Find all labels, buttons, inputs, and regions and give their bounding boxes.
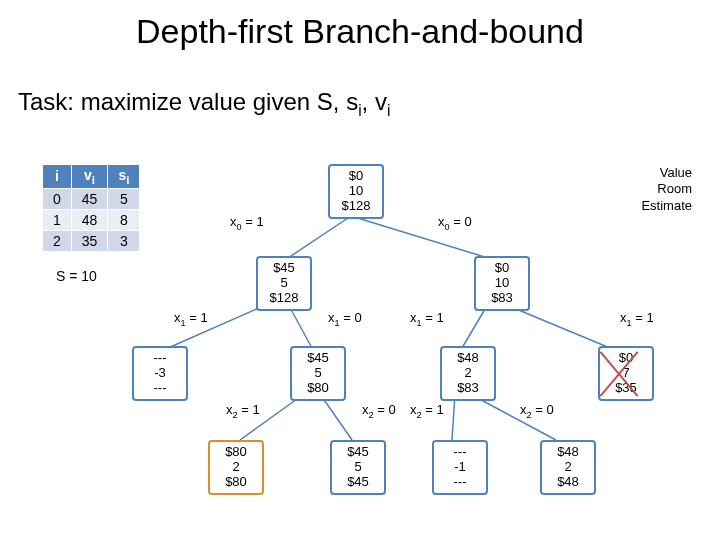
node-RR: $07$35 (598, 346, 654, 401)
node-root: $010$128 (328, 164, 384, 219)
page-title: Depth-first Branch-and-bound (0, 12, 720, 51)
capacity-label: S = 10 (56, 268, 97, 284)
edge-label-root-R: x0 = 0 (438, 214, 472, 232)
table-row: 2353 (43, 230, 140, 251)
node-LR: $455$80 (290, 346, 346, 401)
node-R: $010$83 (474, 256, 530, 311)
node-RLa: ----1--- (432, 440, 488, 495)
edge-label-R-RL: x1 = 1 (410, 310, 444, 328)
edge-label-RL-a: x2 = 1 (410, 402, 444, 420)
edge-label-R-RR: x1 = 1 (620, 310, 654, 328)
svg-line-7 (320, 394, 352, 440)
svg-line-8 (452, 394, 455, 440)
col-s: si (108, 165, 140, 189)
node-RLb: $482$48 (540, 440, 596, 495)
node-LL: ----3--- (132, 346, 188, 401)
table-row: 1488 (43, 209, 140, 230)
data-table: i vi si 0455 1488 2353 (42, 164, 140, 252)
edge-label-root-L: x0 = 1 (230, 214, 264, 232)
edge-label-L-LR: x1 = 0 (328, 310, 362, 328)
slide: Depth-first Branch-and-bound Task: maxim… (0, 0, 720, 540)
task-line: Task: maximize value given S, si, vi (18, 88, 390, 120)
legend: Value Room Estimate (641, 165, 692, 214)
node-RL: $482$83 (440, 346, 496, 401)
col-v: vi (71, 165, 108, 189)
edge-label-L-LL: x1 = 1 (174, 310, 208, 328)
task-sub-i-2: i (387, 102, 390, 119)
node-LRa: $802$80 (208, 440, 264, 495)
table-row: 0455 (43, 188, 140, 209)
svg-line-0 (288, 216, 351, 258)
node-LRb: $455$45 (330, 440, 386, 495)
edge-label-LR-b: x2 = 0 (362, 402, 396, 420)
task-text-2: , v (362, 88, 387, 115)
col-i: i (43, 165, 72, 189)
edge-label-LR-a: x2 = 1 (226, 402, 260, 420)
edge-label-RL-b: x2 = 0 (520, 402, 554, 420)
task-text-1: Task: maximize value given S, s (18, 88, 358, 115)
node-L: $455$128 (256, 256, 312, 311)
